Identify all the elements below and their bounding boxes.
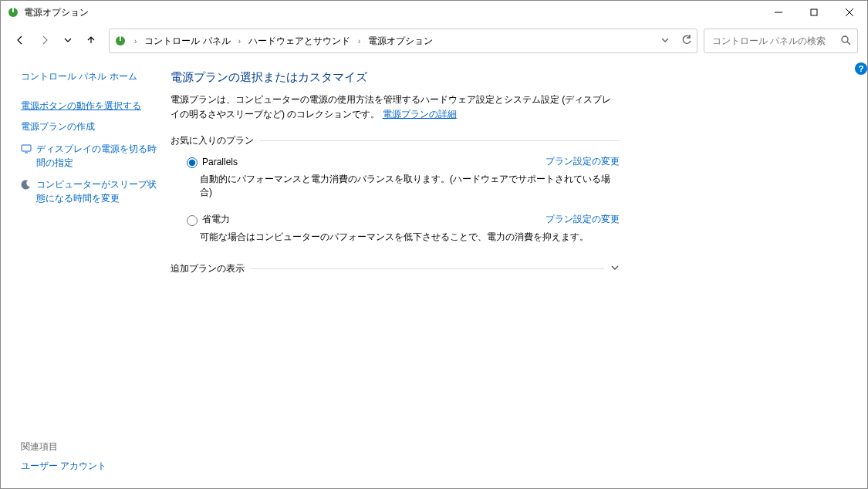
svg-rect-1 xyxy=(12,8,14,12)
page-title: 電源プランの選択またはカスタマイズ xyxy=(171,70,620,85)
chevron-down-icon xyxy=(610,263,620,275)
app-icon xyxy=(7,6,19,19)
title-bar: 電源オプション xyxy=(1,1,867,24)
sidebar: コントロール パネル ホーム 電源ボタンの動作を選択する 電源プランの作成 ディ… xyxy=(21,66,164,488)
svg-rect-10 xyxy=(22,145,31,151)
power-plan-power-saver: 省電力 プラン設定の変更 可能な場合はコンピューターのパフォーマンスを低下させる… xyxy=(183,213,620,244)
display-icon xyxy=(21,143,32,154)
breadcrumb-control-panel[interactable]: コントロール パネル xyxy=(144,35,230,48)
power-plan-parallels: Parallels プラン設定の変更 自動的にパフォーマンスと電力消費のバランス… xyxy=(183,155,620,199)
plan-radio-parallels[interactable] xyxy=(187,157,198,168)
refresh-button[interactable] xyxy=(681,35,692,48)
plan-name[interactable]: Parallels xyxy=(202,157,238,167)
svg-rect-7 xyxy=(120,36,121,41)
sidebar-sleep-time[interactable]: コンピューターがスリープ状態になる時間を変更 xyxy=(36,177,164,205)
toolbar: › コントロール パネル › ハードウェアとサウンド › 電源オプション xyxy=(1,24,867,61)
related-items-heading: 関連項目 xyxy=(21,440,164,454)
page-description: 電源プランは、コンピューターの電源の使用方法を管理するハードウェア設定とシステム… xyxy=(171,93,620,122)
forward-button[interactable] xyxy=(39,35,50,48)
svg-point-8 xyxy=(842,36,848,42)
address-dropdown-button[interactable] xyxy=(661,35,669,46)
recent-locations-button[interactable] xyxy=(64,35,72,46)
main-content: 電源プランの選択またはカスタマイズ 電源プランは、コンピューターの電源の使用方法… xyxy=(164,66,620,488)
search-box[interactable] xyxy=(704,29,858,53)
favorite-plans-label: お気に入りのプラン xyxy=(171,134,254,147)
minimize-button[interactable] xyxy=(761,1,796,24)
sidebar-display-off-time[interactable]: ディスプレイの電源を切る時間の指定 xyxy=(36,142,164,170)
search-input[interactable] xyxy=(711,35,840,47)
address-bar[interactable]: › コントロール パネル › ハードウェアとサウンド › 電源オプション xyxy=(109,29,697,53)
search-icon[interactable] xyxy=(840,35,851,48)
maximize-button[interactable] xyxy=(796,1,832,24)
sidebar-create-plan[interactable]: 電源プランの作成 xyxy=(21,120,164,134)
close-button[interactable] xyxy=(832,1,867,24)
plan-description: 可能な場合はコンピューターのパフォーマンスを低下させることで、電力の消費を抑えま… xyxy=(200,231,620,244)
control-panel-icon xyxy=(114,35,127,47)
plan-description: 自動的にパフォーマンスと電力消費のバランスを取ります。(ハードウェアでサポートさ… xyxy=(200,173,620,199)
show-additional-plans[interactable]: 追加プランの表示 xyxy=(171,262,620,275)
svg-line-9 xyxy=(847,42,850,45)
user-accounts-link[interactable]: ユーザー アカウント xyxy=(21,460,164,473)
svg-rect-3 xyxy=(811,9,817,15)
moon-icon xyxy=(21,179,32,190)
change-plan-settings-link[interactable]: プラン設定の変更 xyxy=(545,213,620,226)
breadcrumb-hardware-sound[interactable]: ハードウェアとサウンド xyxy=(248,35,350,48)
window-title: 電源オプション xyxy=(24,6,89,19)
change-plan-settings-link[interactable]: プラン設定の変更 xyxy=(545,155,620,168)
help-button[interactable]: ? xyxy=(855,62,867,75)
back-button[interactable] xyxy=(15,35,25,48)
control-panel-home-link[interactable]: コントロール パネル ホーム xyxy=(21,70,164,83)
plan-radio-power-saver[interactable] xyxy=(187,215,198,226)
sidebar-power-button-action[interactable]: 電源ボタンの動作を選択する xyxy=(21,99,164,113)
breadcrumb-power-options[interactable]: 電源オプション xyxy=(368,35,433,48)
plan-name[interactable]: 省電力 xyxy=(202,213,230,226)
power-plan-details-link[interactable]: 電源プランの詳細 xyxy=(383,109,457,120)
up-button[interactable] xyxy=(86,35,96,48)
